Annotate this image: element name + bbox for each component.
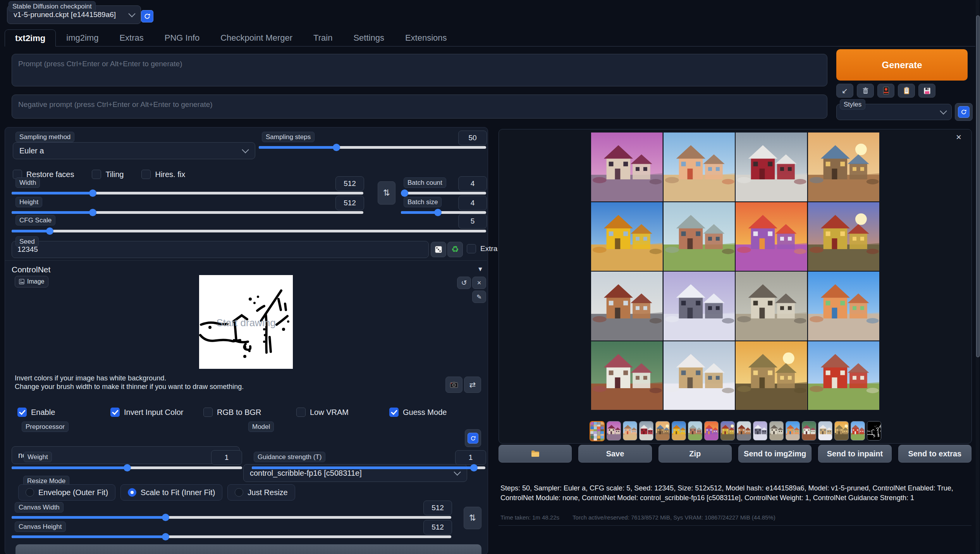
- gallery-image[interactable]: [736, 272, 807, 341]
- reuse-seed-recycle-button[interactable]: ♻: [447, 242, 463, 257]
- canvas-height-value[interactable]: 512: [423, 520, 452, 535]
- gallery-image[interactable]: [591, 341, 663, 410]
- model-refresh-button[interactable]: [465, 429, 481, 447]
- clipboard-icon[interactable]: [898, 84, 915, 98]
- tab-settings[interactable]: Settings: [343, 29, 395, 46]
- close-gallery-icon[interactable]: ×: [956, 132, 961, 142]
- checkbox-tiling[interactable]: [92, 170, 101, 179]
- gallery-image[interactable]: [664, 132, 735, 201]
- open-folder-button[interactable]: [499, 445, 572, 463]
- thumbnail-image[interactable]: slice">: [818, 421, 832, 440]
- thumbnail-image[interactable]: slice">: [720, 421, 735, 440]
- thumbnail-grid-montage[interactable]: [590, 421, 605, 441]
- width-slider[interactable]: [12, 189, 363, 196]
- thumbnail-image[interactable]: slice">: [639, 421, 653, 440]
- sampling-method-dropdown[interactable]: Euler a: [13, 142, 255, 159]
- thumbnail-image[interactable]: slice">: [753, 421, 767, 440]
- checkbox-hires-fix[interactable]: [141, 170, 151, 179]
- checkpoint-refresh-button[interactable]: [141, 10, 153, 22]
- thumbnail-image[interactable]: slice">: [704, 421, 719, 440]
- scrollbar-thumb[interactable]: [976, 15, 980, 357]
- thumbnail-image[interactable]: slice">: [769, 421, 784, 440]
- checkbox-invert-input-color[interactable]: [110, 408, 120, 417]
- canvas-width-slider[interactable]: [12, 514, 451, 521]
- random-seed-dice-button[interactable]: [431, 242, 446, 257]
- thumbnail-image[interactable]: slice">: [623, 421, 637, 440]
- gallery-image[interactable]: [736, 202, 807, 271]
- gallery-image[interactable]: [591, 272, 663, 341]
- tab-img2img[interactable]: img2img: [56, 29, 109, 46]
- brush-button[interactable]: ✎: [472, 291, 486, 303]
- gallery-image[interactable]: [664, 272, 735, 341]
- gallery-image[interactable]: [808, 132, 880, 201]
- thumbnail-image[interactable]: slice">: [688, 421, 702, 440]
- gallery-image[interactable]: [808, 341, 880, 410]
- radio-scale-to-fit-inner-fit-[interactable]: Scale to Fit (Inner Fit): [120, 484, 222, 501]
- sampling-steps-value[interactable]: 50: [458, 131, 487, 145]
- accordion-collapse-icon[interactable]: ▼: [477, 266, 483, 273]
- sampling-steps-slider[interactable]: [259, 144, 486, 151]
- swap-dimensions-button[interactable]: ⇅: [378, 181, 395, 205]
- trash-icon[interactable]: [857, 84, 874, 98]
- tab-checkpoint-merger[interactable]: Checkpoint Merger: [210, 29, 303, 46]
- paste-arrow-icon[interactable]: ↙: [836, 84, 853, 98]
- save-style-floppy-icon[interactable]: [918, 84, 935, 98]
- thumbnail-image[interactable]: slice">: [672, 421, 686, 440]
- negative-prompt-input[interactable]: [12, 95, 827, 119]
- gallery-image[interactable]: [808, 272, 880, 341]
- tab-png-info[interactable]: PNG Info: [154, 29, 210, 46]
- seed-input[interactable]: [12, 241, 428, 258]
- tab-train[interactable]: Train: [303, 29, 343, 46]
- send-to-extras-button[interactable]: Send to extras: [898, 445, 971, 463]
- weight-value[interactable]: 1: [211, 450, 242, 465]
- controlnet-scribble-canvas[interactable]: Start drawing: [199, 275, 293, 369]
- thumbnail-controlnet-map[interactable]: [867, 421, 881, 440]
- send-to-img2img-button[interactable]: Send to img2img: [738, 445, 812, 463]
- thumbnail-image[interactable]: slice">: [737, 421, 751, 440]
- checkbox-low-vram[interactable]: [296, 408, 306, 417]
- width-value[interactable]: 512: [335, 176, 364, 191]
- undo-button[interactable]: ↺: [457, 277, 471, 289]
- collapsed-section-bar[interactable]: [15, 544, 481, 554]
- canvas-width-value[interactable]: 512: [423, 501, 452, 515]
- controlnet-image-tab[interactable]: Image: [15, 276, 48, 287]
- checkbox-enable[interactable]: [17, 408, 27, 417]
- radio-just-resize[interactable]: Just Resize: [227, 484, 295, 501]
- gallery-image[interactable]: [664, 202, 735, 271]
- gallery-image[interactable]: [591, 132, 663, 201]
- clear-image-button[interactable]: ×: [472, 277, 486, 289]
- send-to-inpaint-button[interactable]: Send to inpaint: [818, 445, 891, 463]
- thumbnail-image[interactable]: slice">: [851, 421, 865, 440]
- thumbnail-image[interactable]: slice">: [655, 421, 670, 440]
- checkbox-guess-mode[interactable]: [389, 408, 399, 417]
- seed-input-box[interactable]: [12, 241, 429, 258]
- thumbnail-image[interactable]: slice">: [802, 421, 816, 440]
- save-button[interactable]: Save: [578, 445, 652, 463]
- canvas-height-slider[interactable]: [12, 533, 451, 540]
- thumbnail-image[interactable]: slice">: [786, 421, 800, 440]
- gallery-image[interactable]: [736, 341, 807, 410]
- gallery-image[interactable]: [664, 341, 735, 410]
- page-scrollbar[interactable]: [976, 0, 979, 554]
- controlnet-accordion-title[interactable]: ControlNet: [12, 265, 50, 274]
- height-value[interactable]: 512: [335, 196, 364, 210]
- tab-extras[interactable]: Extras: [109, 29, 154, 46]
- mirror-webcam-button[interactable]: ⇄: [464, 377, 481, 393]
- cfg-scale-slider[interactable]: [12, 227, 486, 234]
- checkbox-rgb-to-bgr[interactable]: [203, 408, 213, 417]
- batch-size-value[interactable]: 4: [458, 196, 487, 210]
- thumbnail-image[interactable]: slice">: [834, 421, 849, 440]
- prompt-input[interactable]: [12, 54, 827, 86]
- seed-extra-checkbox[interactable]: [467, 244, 476, 253]
- guidance-strength-value[interactable]: 1: [455, 450, 486, 465]
- batch-count-value[interactable]: 4: [458, 176, 487, 191]
- gallery-image[interactable]: [808, 202, 880, 271]
- zip-button[interactable]: Zip: [658, 445, 732, 463]
- height-slider[interactable]: [12, 209, 363, 216]
- gallery-image[interactable]: [736, 132, 807, 201]
- tab-txt2img[interactable]: txt2img: [5, 29, 56, 46]
- gallery-image[interactable]: [591, 202, 663, 271]
- styles-refresh-button[interactable]: [955, 103, 973, 121]
- webcam-button[interactable]: [445, 377, 462, 393]
- thumbnail-image[interactable]: slice">: [607, 421, 621, 440]
